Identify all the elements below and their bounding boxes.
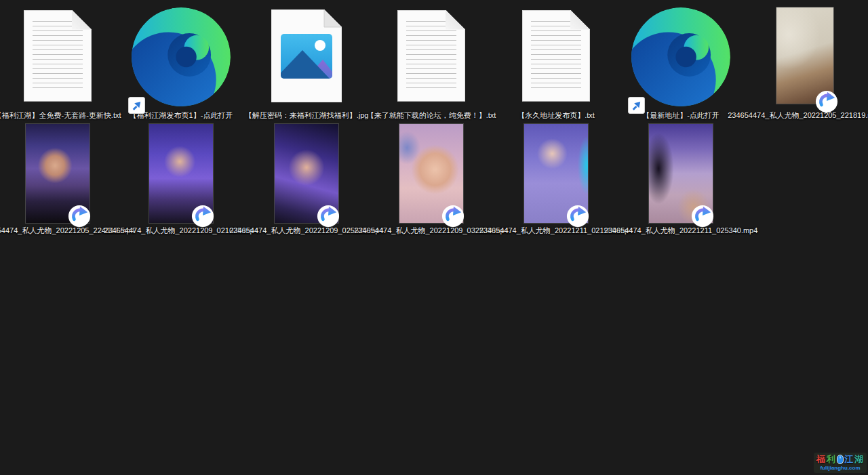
player-badge-icon xyxy=(691,205,714,228)
icon-label: 234654474_私人尤物_20221205_221819.mp4 xyxy=(728,111,868,120)
video-thumbnail xyxy=(776,7,834,104)
image-file-icon xyxy=(271,9,342,102)
text-lines-glyph xyxy=(531,21,581,91)
desktop-icon-video-1[interactable]: 234654474_私人尤物_20221205_221819.mp4 xyxy=(747,5,863,120)
player-badge-icon xyxy=(815,90,838,113)
video-thumbnail xyxy=(399,123,464,224)
text-lines-glyph xyxy=(33,21,83,91)
icon-label: 234654474_私人尤物_20221211_025340.mp4 xyxy=(604,226,758,235)
watermark-char: 福 xyxy=(816,455,826,464)
watermark-brand: 福利江湖 xyxy=(815,455,865,464)
mouse-icon xyxy=(837,455,844,464)
desktop-icon-edge-shortcut-2[interactable]: 【最新地址】-点此打开 xyxy=(623,5,738,120)
player-badge-icon xyxy=(191,205,214,228)
video-thumbnail xyxy=(274,123,339,224)
icon-label: 【来了就能下载的论坛，纯免费！】.txt xyxy=(367,111,496,120)
player-badge-icon xyxy=(68,205,91,228)
icon-label: 【永久地址发布页】.txt xyxy=(517,111,595,120)
desktop-icon-video-4[interactable]: 234654474_私人尤物_20221209_025525.mp4 xyxy=(249,123,364,235)
text-lines-glyph xyxy=(406,21,456,91)
player-badge-icon xyxy=(441,205,465,228)
desktop-icon-row-2: 234654474_私人尤物_20221205_224813.mp4 23465… xyxy=(0,123,868,240)
watermark-url: fulijianghu.com xyxy=(815,465,865,472)
desktop-icon-edge-shortcut-1[interactable]: 【福利江湖发布页1】-点此打开 xyxy=(123,5,239,120)
desktop-icon-video-2[interactable]: 234654474_私人尤物_20221205_224813.mp4 xyxy=(0,123,115,235)
page-fold-icon xyxy=(446,10,465,30)
edge-icon xyxy=(130,5,233,108)
text-file-icon xyxy=(522,10,590,102)
watermark-char: 利 xyxy=(827,455,836,464)
video-thumbnail xyxy=(648,123,713,224)
player-badge-icon xyxy=(317,205,340,228)
video-thumbnail xyxy=(25,123,90,224)
icon-label: 【最新地址】-点此打开 xyxy=(642,111,719,120)
watermark-char: 湖 xyxy=(854,455,864,464)
desktop-icon-row-1: 【福利江湖】全免费-无套路-更新快.txt xyxy=(0,5,868,122)
desktop[interactable]: { "desktop": { "row1": [ { "type": "text… xyxy=(0,0,868,475)
desktop-icon-txt-1[interactable]: 【福利江湖】全免费-无套路-更新快.txt xyxy=(0,5,115,120)
video-thumbnail xyxy=(524,123,589,224)
video-thumbnail xyxy=(149,123,214,224)
desktop-icon-txt-2[interactable]: 【来了就能下载的论坛，纯免费！】.txt xyxy=(374,5,489,120)
edge-icon xyxy=(629,5,732,108)
text-file-icon xyxy=(397,10,465,102)
shortcut-arrow-icon xyxy=(128,97,145,114)
watermark-char: 江 xyxy=(844,455,854,464)
shortcut-arrow-icon xyxy=(628,97,645,114)
icon-label: 【福利江湖】全免费-无套路-更新快.txt xyxy=(0,111,121,120)
desktop-icon-video-7[interactable]: 234654474_私人尤物_20221211_025340.mp4 xyxy=(623,123,738,235)
page-fold-icon xyxy=(72,10,92,30)
watermark: 福利江湖 fulijianghu.com xyxy=(814,453,867,473)
desktop-icon-txt-3[interactable]: 【永久地址发布页】.txt xyxy=(498,5,614,120)
desktop-icon-jpg[interactable]: 【解压密码：来福利江湖找福利】.jpg xyxy=(249,5,364,120)
desktop-icon-video-3[interactable]: 234654474_私人尤物_20221209_021025.mp4 xyxy=(123,123,239,235)
page-fold-icon xyxy=(570,10,590,30)
icon-label: 【解压密码：来福利江湖找福利】.jpg xyxy=(245,111,369,120)
player-badge-icon xyxy=(566,205,589,228)
desktop-icon-video-6[interactable]: 234654474_私人尤物_20221211_021950.mp4 xyxy=(498,123,614,235)
text-file-icon xyxy=(24,10,92,102)
desktop-icon-video-5[interactable]: 234654474_私人尤物_20221209_032533.mp4 xyxy=(374,123,489,235)
